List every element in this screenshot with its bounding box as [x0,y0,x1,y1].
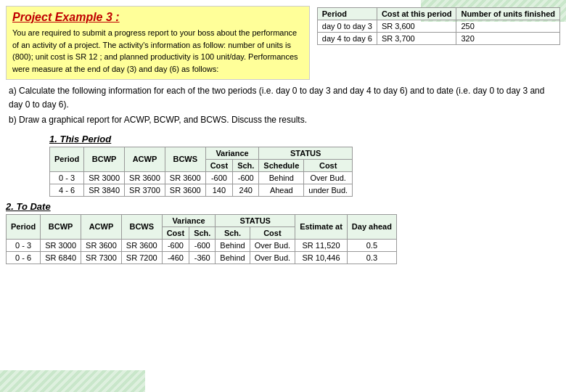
period2-tbody: 0 - 3 SR 3000 SR 3600 SR 3600 -600 -600 … [7,239,397,264]
p2-r2-period: 0 - 6 [7,251,41,264]
period1-table: Period BCWP ACWP BCWS Variance STATUS Co… [49,147,353,197]
p1-r1-period: 0 - 3 [50,171,84,184]
description-text: You are required to submit a progress re… [12,27,303,75]
p1-r2-bcwp: SR 3840 [84,184,125,196]
p1-r1-sschedule: Behind [259,171,304,184]
p1-sub-sch: Sch. [233,159,259,171]
p2-col-acwp: ACWP [81,214,122,239]
title-description-box: Project Example 3 : You are required to … [6,6,310,80]
info-row2-cost: SR 3,700 [377,33,456,45]
p2-col-bcwp: BCWP [41,214,81,239]
p2-r1-period: 0 - 3 [7,239,41,251]
p2-r1-vcost: -600 [162,239,189,251]
table-row: 4 - 6 SR 3840 SR 3700 SR 3600 140 240 Ah… [50,184,353,196]
p1-r2-acwp: SR 3700 [125,184,165,196]
questions-section: a) Calculate the following information f… [6,84,560,129]
p1-col-bcwp: BCWP [84,147,125,171]
table-row: 0 - 3 SR 3000 SR 3600 SR 3600 -600 -600 … [7,239,397,251]
info-table-body: day 0 to day 3 SR 3,600 250 day 4 to day… [317,20,559,45]
period2-thead: Period BCWP ACWP BCWS Variance STATUS Es… [7,214,397,239]
page-title: Project Example 3 : [12,11,303,24]
info-col-units: Number of units finished [456,8,560,20]
p2-r2-bcwp: SR 6840 [41,251,81,264]
p2-r2-dayahead: 0.3 [347,251,396,264]
info-row1-period: day 0 to day 3 [317,20,377,33]
table-row: day 4 to day 6 SR 3,700 320 [317,33,559,45]
period2-table: Period BCWP ACWP BCWS Variance STATUS Es… [6,214,397,264]
p1-r1-vcost: -600 [205,171,232,184]
p2-col-period: Period [7,214,41,239]
p2-col-estimate: Estimate at [295,214,348,239]
p1-r1-scost: Over Bud. [304,171,353,184]
period1-thead: Period BCWP ACWP BCWS Variance STATUS Co… [50,147,353,171]
period1-tbody: 0 - 3 SR 3000 SR 3600 SR 3600 -600 -600 … [50,171,353,196]
p2-r1-estimate: SR 11,520 [295,239,348,251]
p1-col-acwp: ACWP [125,147,165,171]
p2-r1-bcws: SR 3600 [121,239,162,251]
info-col-period: Period [317,8,377,20]
question-a: a) Calculate the following information f… [9,84,560,112]
period2-section: 2. To Date Period BCWP ACWP BCWS Varianc… [6,201,560,264]
info-row1-cost: SR 3,600 [377,20,456,33]
p2-r1-bcwp: SR 3000 [41,239,81,251]
p1-r2-bcws: SR 3600 [165,184,205,196]
p1-col-bcws: BCWS [165,147,205,171]
period1-header-row1: Period BCWP ACWP BCWS Variance STATUS [50,147,353,159]
p1-r2-scost: under Bud. [304,184,353,196]
info-table-header-row: Period Cost at this period Number of uni… [317,8,559,20]
p2-sub-sch: Sch. [189,226,216,239]
p2-col-status: STATUS [216,214,295,226]
question-b: b) Draw a graphical report for ACWP, BCW… [9,113,560,127]
p2-r2-acwp: SR 7300 [81,251,122,264]
period1-section: 1. This Period Period BCWP ACWP BCWS Var… [6,134,560,197]
p2-r1-dayahead: 0.5 [347,239,396,251]
p2-sub-sch2: Sch. [216,226,250,239]
p1-sub-cost: Cost [205,159,232,171]
table-row: 0 - 3 SR 3000 SR 3600 SR 3600 -600 -600 … [50,171,353,184]
p1-r1-vsch: -600 [233,171,259,184]
p1-r2-vsch: 240 [233,184,259,196]
period2-header-row1: Period BCWP ACWP BCWS Variance STATUS Es… [7,214,397,226]
table-row: 0 - 6 SR 6840 SR 7300 SR 7200 -460 -360 … [7,251,397,264]
info-col-cost: Cost at this period [377,8,456,20]
period1-title: 1. This Period [49,134,560,144]
p1-col-status: STATUS [259,147,353,159]
p1-r2-sschedule: Ahead [259,184,304,196]
table-row: day 0 to day 3 SR 3,600 250 [317,20,559,33]
p1-r1-bcws: SR 3600 [165,171,205,184]
p2-r1-scost: Over Bud. [250,239,295,251]
info-table: Period Cost at this period Number of uni… [317,7,560,45]
info-row2-period: day 4 to day 6 [317,33,377,45]
p1-r1-acwp: SR 3600 [125,171,165,184]
p2-r1-acwp: SR 3600 [81,239,122,251]
p2-r2-vsch: -360 [189,251,216,264]
info-row1-units: 250 [456,20,560,33]
p2-r2-estimate: SR 10,446 [295,251,348,264]
info-table-wrapper: Period Cost at this period Number of uni… [317,6,560,45]
p2-r1-vsch: -600 [189,239,216,251]
main-content: Project Example 3 : You are required to … [6,6,560,386]
top-section: Project Example 3 : You are required to … [6,6,560,80]
p2-sub-cost2: Cost [250,226,295,239]
p2-r2-bcws: SR 7200 [121,251,162,264]
p2-r2-scost: Over Bud. [250,251,295,264]
p2-r2-vcost: -460 [162,251,189,264]
info-row2-units: 320 [456,33,560,45]
p1-col-period: Period [50,147,84,171]
p1-col-variance: Variance [205,147,259,159]
p1-sub-schedule: Schedule [259,159,304,171]
p2-r1-ssch: Behind [216,239,250,251]
p2-col-bcws: BCWS [121,214,162,239]
p1-r2-period: 4 - 6 [50,184,84,196]
p2-col-variance: Variance [162,214,216,226]
period2-title: 2. To Date [6,201,560,212]
p2-r2-ssch: Behind [216,251,250,264]
p1-sub-cost2: Cost [304,159,353,171]
p1-r2-vcost: 140 [205,184,232,196]
p1-r1-bcwp: SR 3000 [84,171,125,184]
p2-col-dayahead: Day ahead [347,214,396,239]
p2-sub-cost: Cost [162,226,189,239]
